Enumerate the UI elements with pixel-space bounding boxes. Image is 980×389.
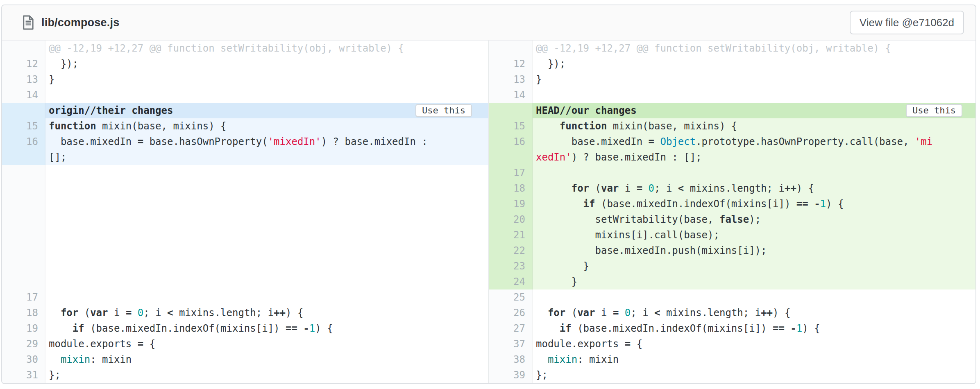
code-line: if (base.mixedIn.indexOf(mixins[i]) == -… (533, 196, 975, 212)
line-number: 16 (2, 134, 45, 149)
code-row: 30 mixin: mixin (2, 352, 488, 367)
code-row: 18 for (var i = 0; i < mixins.length; i+… (489, 181, 975, 196)
code-line: base.mixedIn = base.hasOwnProperty('mixe… (45, 134, 488, 149)
file-conflict-card: lib/compose.js View file @e71062d @@ -12… (1, 5, 976, 384)
code-row: 12 }); (489, 56, 975, 72)
hunk-header-text: @@ -12,19 +12,27 @@ function setWritabil… (45, 41, 488, 56)
use-this-button[interactable]: Use this (415, 104, 472, 117)
code-line: }; (533, 367, 975, 383)
code-row: 29module.exports = { (2, 336, 488, 352)
code-row: 25 (489, 289, 975, 305)
code-row: []; (2, 149, 488, 165)
code-line: if (base.mixedIn.indexOf(mixins[i]) == -… (45, 321, 488, 336)
file-path-title: lib/compose.js (41, 16, 119, 29)
code-row: 22 base.mixedIn.push(mixins[i]); (489, 243, 975, 258)
code-line (45, 289, 488, 305)
line-number: 16 (489, 134, 533, 149)
conflict-side-label: origin//their changes (49, 103, 173, 118)
line-number: 17 (2, 289, 45, 305)
code-row: 15function mixin(base, mixins) { (2, 118, 488, 134)
line-number: 19 (489, 196, 533, 212)
code-line: for (var i = 0; i < mixins.length; i++) … (533, 181, 975, 196)
code-row: 38 mixin: mixin (489, 352, 975, 367)
line-number: 18 (489, 181, 533, 196)
code-line: module.exports = { (533, 336, 975, 352)
code-line: for (var i = 0; i < mixins.length; i++) … (45, 305, 488, 321)
code-row: 26 for (var i = 0; i < mixins.length; i+… (489, 305, 975, 321)
code-row: 17 (2, 289, 488, 305)
line-number: 14 (489, 87, 533, 103)
code-row: 18 for (var i = 0; i < mixins.length; i+… (2, 305, 488, 321)
filler-row (2, 165, 488, 289)
line-number: 21 (489, 227, 533, 243)
line-number: 29 (2, 336, 45, 352)
line-number (489, 103, 533, 118)
code-row: 19 if (base.mixedIn.indexOf(mixins[i]) =… (2, 321, 488, 336)
conflict-side-label: HEAD//our changes (536, 103, 637, 118)
code-line: }; (45, 367, 488, 383)
code-line (533, 289, 975, 305)
line-number (2, 149, 45, 165)
code-line: }); (533, 56, 975, 72)
line-number: 20 (489, 212, 533, 227)
code-row: 13} (2, 72, 488, 87)
code-line: } (533, 274, 975, 289)
line-number (2, 165, 45, 289)
code-line: if (base.mixedIn.indexOf(mixins[i]) == -… (533, 321, 975, 336)
code-row: 23 } (489, 258, 975, 274)
line-number: 14 (2, 87, 45, 103)
line-number: 39 (489, 367, 533, 383)
code-row: 24 } (489, 274, 975, 289)
pane-our-changes: @@ -12,19 +12,27 @@ function setWritabil… (488, 41, 975, 383)
use-this-button[interactable]: Use this (906, 104, 962, 117)
line-number: 23 (489, 258, 533, 274)
pane-their-changes: @@ -12,19 +12,27 @@ function setWritabil… (2, 41, 488, 383)
line-number: 12 (2, 56, 45, 72)
line-number: 31 (2, 367, 45, 383)
code-line: mixin: mixin (533, 352, 975, 367)
code-line: } (533, 258, 975, 274)
line-number: 17 (489, 165, 533, 181)
code-line: base.mixedIn.push(mixins[i]); (533, 243, 975, 258)
code-row: 12 }); (2, 56, 488, 72)
code-row: 20 setWritability(base, false); (489, 212, 975, 227)
code-line: origin//their changesUse this (45, 103, 488, 118)
code-line: module.exports = { (45, 336, 488, 352)
line-number: 13 (2, 72, 45, 87)
code-row: 21 mixins[i].call(base); (489, 227, 975, 243)
code-line: } (45, 72, 488, 87)
code-line: function mixin(base, mixins) { (533, 118, 975, 134)
hunk-header-row: @@ -12,19 +12,27 @@ function setWritabil… (489, 41, 975, 56)
line-number: 27 (489, 321, 533, 336)
code-line (45, 165, 488, 289)
code-line: []; (45, 149, 488, 165)
line-number: 24 (489, 274, 533, 289)
line-number: 19 (2, 321, 45, 336)
code-line: xedIn') ? base.mixedIn : []; (533, 149, 975, 165)
line-number: 12 (489, 56, 533, 72)
code-row: 14 (2, 87, 488, 103)
view-file-button[interactable]: View file @e71062d (850, 11, 964, 34)
code-line: mixins[i].call(base); (533, 227, 975, 243)
line-number (489, 149, 533, 165)
code-line: }); (45, 56, 488, 72)
line-number: 15 (489, 118, 533, 134)
line-number: 26 (489, 305, 533, 321)
code-row: 13} (489, 72, 975, 87)
code-row: 16 base.mixedIn = base.hasOwnProperty('m… (2, 134, 488, 149)
code-row: 37module.exports = { (489, 336, 975, 352)
line-number: 37 (489, 336, 533, 352)
hunk-header-row: @@ -12,19 +12,27 @@ function setWritabil… (2, 41, 488, 56)
code-line: base.mixedIn = Object.prototype.hasOwnPr… (533, 134, 975, 149)
line-number (489, 41, 533, 56)
code-line (533, 165, 975, 181)
file-document-icon (22, 14, 35, 31)
code-row: 16 base.mixedIn = Object.prototype.hasOw… (489, 134, 975, 149)
file-header: lib/compose.js View file @e71062d (2, 5, 975, 41)
line-number: 25 (489, 289, 533, 305)
code-line: for (var i = 0; i < mixins.length; i++) … (533, 305, 975, 321)
code-row: xedIn') ? base.mixedIn : []; (489, 149, 975, 165)
code-line: } (533, 72, 975, 87)
line-number (2, 103, 45, 118)
line-number: 18 (2, 305, 45, 321)
